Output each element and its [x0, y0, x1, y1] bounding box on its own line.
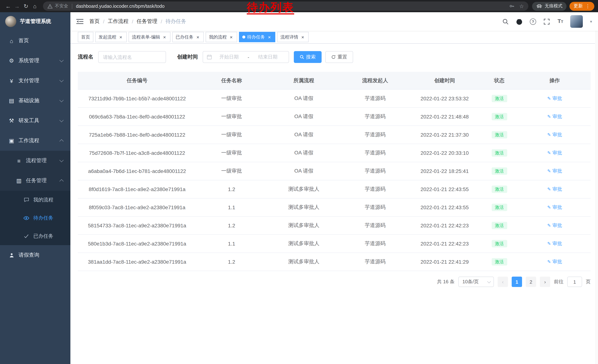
sidebar-item-task-mgmt[interactable]: ▥ 任务管理: [0, 171, 70, 191]
sidebar-item-infrastructure[interactable]: ▤ 基础设施: [0, 91, 70, 111]
search-icon[interactable]: [502, 18, 509, 25]
tab-close-icon[interactable]: ×: [118, 34, 123, 40]
sidebar-item-workflow[interactable]: ▣ 工作流程: [0, 131, 70, 151]
avatar-caret-icon[interactable]: ▾: [590, 19, 592, 24]
browser-update-button[interactable]: 更新 ⋮: [569, 2, 594, 11]
edit-icon: ✎: [547, 169, 551, 174]
pagination: 共 16 条 10条/页 ‹ 1 2 › 前往 页: [78, 277, 590, 287]
browser-back-icon[interactable]: ←: [4, 3, 13, 9]
approve-button[interactable]: ✎ 审批: [547, 113, 562, 120]
sidebar-collapse-icon[interactable]: [76, 18, 83, 24]
col-header-initiator: 流程发起人: [341, 72, 409, 89]
sidebar-item-dev-tools[interactable]: ⚒ 研发工具: [0, 111, 70, 131]
goto-page-input[interactable]: [567, 277, 582, 287]
table-row: a6aba0a4-7b6d-11ec-b781-acde48001122 一级审…: [78, 162, 590, 180]
browser-reload-icon[interactable]: ↻: [22, 3, 30, 9]
security-status-label[interactable]: 不安全: [55, 3, 68, 9]
breadcrumb-home[interactable]: 首页: [89, 18, 100, 25]
pagination-total: 共 16 条: [437, 278, 455, 285]
incognito-icon: [536, 4, 542, 8]
check-icon: [23, 234, 30, 239]
breadcrumb-current: 待办任务: [166, 18, 186, 25]
page-scrollbar[interactable]: [595, 12, 598, 364]
fullscreen-icon[interactable]: [543, 18, 550, 25]
github-icon[interactable]: [515, 18, 523, 25]
date-range-picker[interactable]: 开始日期 - 结束日期: [203, 51, 289, 63]
chevron-down-icon: [59, 158, 64, 162]
tab-close-icon[interactable]: ×: [195, 34, 200, 40]
approve-button[interactable]: ✎ 审批: [547, 150, 562, 156]
approve-label: 审批: [552, 150, 562, 156]
search-button[interactable]: 搜索: [294, 51, 322, 63]
cell-process: OA 请假: [294, 168, 314, 174]
status-badge: 激活: [491, 204, 507, 211]
cell-initiator: 芋道源码: [365, 240, 385, 246]
breadcrumb-workflow[interactable]: 工作流程: [108, 18, 129, 25]
chevron-down-icon: [487, 279, 491, 283]
password-key-icon[interactable]: [509, 3, 515, 9]
tab-流程表单-编辑[interactable]: 流程表单-编辑 ×: [129, 32, 170, 42]
font-size-icon[interactable]: TT: [557, 18, 564, 25]
sidebar-item-home[interactable]: ⌂ 首页: [0, 31, 70, 51]
tab-close-icon[interactable]: ×: [229, 34, 234, 40]
tab-label: 我的流程: [209, 34, 227, 40]
bookmark-star-icon[interactable]: ☆: [519, 3, 524, 9]
approve-button[interactable]: ✎ 审批: [547, 204, 562, 211]
tab-close-icon[interactable]: ×: [300, 34, 305, 40]
browser-forward-icon[interactable]: →: [13, 3, 22, 9]
tab-已办任务[interactable]: 已办任务 ×: [172, 32, 204, 42]
cell-task-id: 580e1b3d-7ac8-11ec-a9e2-a2380e71991a: [88, 241, 186, 247]
eye-icon: [23, 215, 30, 221]
tab-我的流程[interactable]: 我的流程 ×: [206, 32, 237, 42]
reset-button-label: 重置: [338, 54, 347, 60]
url-text[interactable]: dashboard.yudao.iocoder.cn/bpm/task/todo: [76, 4, 165, 9]
sidebar-item-leave-query[interactable]: 请假查询: [0, 245, 70, 265]
sidebar-item-process-mgmt[interactable]: ≡ 流程管理: [0, 151, 70, 171]
task-folder-icon: ▥: [16, 177, 22, 184]
sidebar-item-system-mgmt[interactable]: ⚙ 系统管理: [0, 51, 70, 71]
prev-page-button[interactable]: ‹: [498, 277, 508, 287]
process-name-input[interactable]: [98, 51, 166, 63]
user-avatar[interactable]: [570, 15, 583, 28]
page-2-button[interactable]: 2: [526, 277, 536, 287]
active-tab-dot: [242, 36, 245, 39]
sidebar-item-payment-mgmt[interactable]: ¥ 支付管理: [0, 71, 70, 91]
approve-button[interactable]: ✎ 审批: [547, 240, 562, 247]
cell-created-time: 2022-01-22 23:53:32: [421, 96, 469, 101]
approve-button[interactable]: ✎ 审批: [547, 259, 562, 265]
page-size-select[interactable]: 10条/页: [458, 277, 494, 287]
app-logo-row[interactable]: 芋道管理系统: [0, 12, 70, 31]
approve-button[interactable]: ✎ 审批: [547, 222, 562, 229]
tab-首页[interactable]: 首页: [78, 32, 93, 42]
approve-button[interactable]: ✎ 审批: [547, 168, 562, 174]
browser-home-icon[interactable]: ⌂: [30, 3, 39, 9]
end-date-placeholder[interactable]: 结束日期: [251, 54, 285, 60]
omnibox-divider: [72, 4, 72, 9]
edit-icon: ✎: [547, 259, 551, 264]
tab-close-icon[interactable]: ×: [267, 34, 272, 40]
tab-待办任务[interactable]: 待办任务 ×: [239, 32, 275, 42]
browser-menu-kebab-icon[interactable]: ⋮: [585, 3, 590, 9]
approve-button[interactable]: ✎ 审批: [547, 131, 562, 138]
sidebar-item-todo-task[interactable]: 待办任务: [0, 209, 70, 227]
tab-流程详情[interactable]: 流程详情 ×: [277, 32, 309, 42]
cell-initiator: 芋道源码: [365, 259, 385, 264]
page-1-button[interactable]: 1: [512, 277, 522, 287]
table-header-row: 任务编号 任务名称 所属流程 流程发起人 创建时间 状态 操作: [78, 72, 590, 89]
help-icon[interactable]: ?: [529, 18, 537, 25]
sidebar-item-done-task[interactable]: 已办任务: [0, 227, 70, 245]
tab-发起流程[interactable]: 发起流程 ×: [95, 32, 127, 42]
approve-button[interactable]: ✎ 审批: [547, 95, 562, 102]
table-row: 73211d9d-7b9b-11ec-b5b7-acde48001122 一级审…: [78, 89, 590, 108]
workflow-icon: ▣: [8, 138, 15, 144]
create-time-label: 创建时间: [177, 54, 198, 60]
approve-button[interactable]: ✎ 审批: [547, 186, 562, 193]
breadcrumb-task-mgmt[interactable]: 任务管理: [137, 18, 158, 25]
start-date-placeholder[interactable]: 开始日期: [212, 54, 246, 60]
next-page-button[interactable]: ›: [540, 277, 550, 287]
tab-close-icon[interactable]: ×: [162, 34, 167, 40]
sidebar-item-my-process[interactable]: 我的流程: [0, 191, 70, 209]
cell-task-name: 1.2: [228, 186, 235, 192]
chevron-up-icon: [59, 179, 64, 184]
reset-button[interactable]: 重置: [325, 51, 353, 63]
